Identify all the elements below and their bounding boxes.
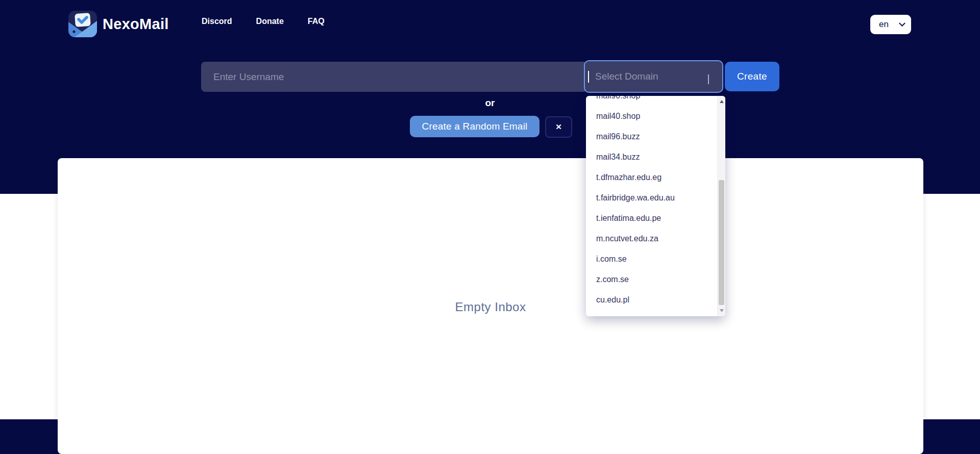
nexomail-app: Empty Inbox NexoMail Discord Donate FAQ: [0, 0, 980, 454]
nav-link-faq[interactable]: FAQ: [308, 17, 325, 26]
empty-inbox-message: Empty Inbox: [58, 300, 923, 314]
scrollbar-thumb[interactable]: [719, 180, 724, 305]
scroll-down-arrow-icon[interactable]: [720, 309, 724, 312]
create-button[interactable]: Create: [725, 62, 779, 91]
domain-option[interactable]: mail90.shop: [586, 96, 717, 106]
brand-name: NexoMail: [103, 16, 169, 33]
email-create-form: Select Domain Create: [201, 62, 779, 92]
chevron-down-icon: [899, 20, 905, 27]
username-input[interactable]: [201, 62, 585, 92]
domain-option[interactable]: mail34.buzz: [586, 147, 717, 167]
domain-option-list: mail90.shopmail40.shopmail96.buzzmail34.…: [586, 96, 725, 310]
mail-logo-icon: [68, 11, 97, 37]
language-selector[interactable]: en: [870, 15, 911, 34]
domain-option[interactable]: mail96.buzz: [586, 127, 717, 147]
domain-option[interactable]: i.com.se: [586, 249, 717, 269]
logo[interactable]: NexoMail: [68, 11, 169, 37]
domain-dropdown-panel: mail90.shopmail40.shopmail96.buzzmail34.…: [586, 96, 725, 316]
scroll-up-arrow-icon[interactable]: [720, 100, 724, 103]
language-selected-value: en: [879, 19, 889, 30]
domain-option[interactable]: cu.edu.pl: [586, 290, 717, 310]
domain-option[interactable]: z.com.se: [586, 269, 717, 290]
domain-option[interactable]: m.ncutvet.edu.za: [586, 229, 717, 249]
main-nav: Discord Donate FAQ: [202, 14, 325, 29]
dropdown-scrollbar[interactable]: [717, 96, 725, 316]
chevron-down-icon: [708, 74, 709, 84]
header: NexoMail Discord Donate FAQ en: [0, 0, 980, 49]
nav-link-discord[interactable]: Discord: [202, 17, 232, 26]
domain-option[interactable]: t.fairbridge.wa.edu.au: [586, 188, 717, 208]
text-caret: [588, 71, 589, 83]
domain-select-placeholder: Select Domain: [595, 71, 658, 82]
or-separator: or: [0, 97, 980, 109]
create-random-email-button[interactable]: Create a Random Email: [410, 116, 540, 137]
domain-option[interactable]: t.dfmazhar.edu.eg: [586, 167, 717, 188]
nav-link-donate[interactable]: Donate: [256, 17, 284, 26]
inbox-panel: Empty Inbox: [58, 158, 923, 454]
domain-option[interactable]: mail40.shop: [586, 106, 717, 127]
domain-select[interactable]: Select Domain: [584, 60, 723, 93]
close-button[interactable]: ✕: [545, 116, 572, 138]
domain-option[interactable]: t.ienfatima.edu.pe: [586, 208, 717, 229]
